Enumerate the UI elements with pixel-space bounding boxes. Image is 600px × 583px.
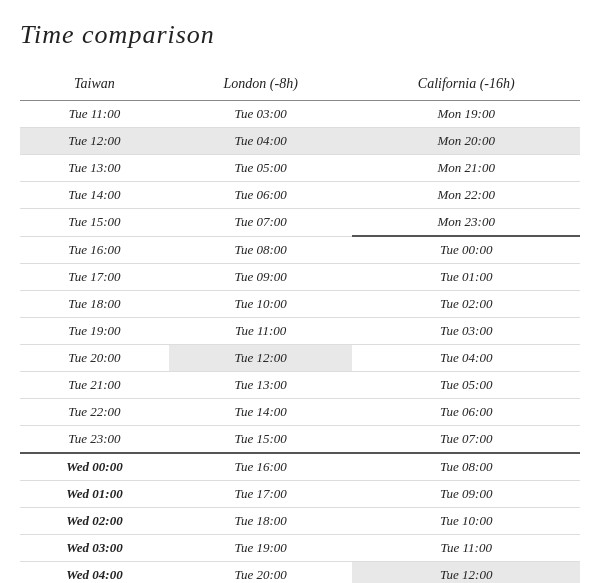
table-row: Wed 02:00Tue 18:00Tue 10:00 — [20, 508, 580, 535]
col-taiwan: Taiwan — [20, 68, 169, 101]
cell-london: Tue 03:00 — [169, 101, 353, 128]
table-row: Tue 12:00Tue 04:00Mon 20:00 — [20, 128, 580, 155]
table-row: Tue 16:00Tue 08:00Tue 00:00 — [20, 236, 580, 264]
cell-california: Tue 05:00 — [352, 372, 580, 399]
cell-taiwan: Wed 01:00 — [20, 481, 169, 508]
cell-taiwan: Tue 17:00 — [20, 264, 169, 291]
cell-london: Tue 13:00 — [169, 372, 353, 399]
cell-london: Tue 08:00 — [169, 236, 353, 264]
table-row: Tue 20:00Tue 12:00Tue 04:00 — [20, 345, 580, 372]
cell-california: Mon 23:00 — [352, 209, 580, 237]
table-row: Tue 14:00Tue 06:00Mon 22:00 — [20, 182, 580, 209]
cell-california: Tue 12:00 — [352, 562, 580, 584]
cell-taiwan: Tue 20:00 — [20, 345, 169, 372]
cell-taiwan: Wed 00:00 — [20, 453, 169, 481]
col-california: California (-16h) — [352, 68, 580, 101]
table-row: Tue 23:00Tue 15:00Tue 07:00 — [20, 426, 580, 454]
table-row: Wed 03:00Tue 19:00Tue 11:00 — [20, 535, 580, 562]
cell-taiwan: Tue 15:00 — [20, 209, 169, 237]
cell-california: Tue 00:00 — [352, 236, 580, 264]
cell-london: Tue 07:00 — [169, 209, 353, 237]
cell-london: Tue 15:00 — [169, 426, 353, 454]
cell-taiwan: Tue 23:00 — [20, 426, 169, 454]
cell-california: Mon 19:00 — [352, 101, 580, 128]
time-comparison-table: Taiwan London (-8h) California (-16h) Tu… — [20, 68, 580, 583]
cell-california: Tue 09:00 — [352, 481, 580, 508]
cell-london: Tue 09:00 — [169, 264, 353, 291]
cell-london: Tue 11:00 — [169, 318, 353, 345]
table-header-row: Taiwan London (-8h) California (-16h) — [20, 68, 580, 101]
cell-taiwan: Tue 16:00 — [20, 236, 169, 264]
cell-california: Tue 07:00 — [352, 426, 580, 454]
cell-taiwan: Wed 03:00 — [20, 535, 169, 562]
cell-taiwan: Tue 13:00 — [20, 155, 169, 182]
cell-london: Tue 18:00 — [169, 508, 353, 535]
cell-london: Tue 06:00 — [169, 182, 353, 209]
cell-california: Tue 01:00 — [352, 264, 580, 291]
cell-london: Tue 12:00 — [169, 345, 353, 372]
table-row: Wed 01:00Tue 17:00Tue 09:00 — [20, 481, 580, 508]
cell-california: Tue 03:00 — [352, 318, 580, 345]
cell-california: Tue 08:00 — [352, 453, 580, 481]
page-title: Time comparison — [20, 20, 580, 50]
cell-taiwan: Tue 19:00 — [20, 318, 169, 345]
cell-london: Tue 04:00 — [169, 128, 353, 155]
cell-taiwan: Tue 21:00 — [20, 372, 169, 399]
cell-california: Mon 21:00 — [352, 155, 580, 182]
table-row: Tue 17:00Tue 09:00Tue 01:00 — [20, 264, 580, 291]
cell-california: Tue 06:00 — [352, 399, 580, 426]
table-row: Tue 15:00Tue 07:00Mon 23:00 — [20, 209, 580, 237]
cell-california: Tue 11:00 — [352, 535, 580, 562]
cell-london: Tue 14:00 — [169, 399, 353, 426]
table-row: Tue 19:00Tue 11:00Tue 03:00 — [20, 318, 580, 345]
cell-london: Tue 19:00 — [169, 535, 353, 562]
cell-california: Tue 02:00 — [352, 291, 580, 318]
cell-london: Tue 16:00 — [169, 453, 353, 481]
cell-taiwan: Wed 04:00 — [20, 562, 169, 584]
table-row: Tue 18:00Tue 10:00Tue 02:00 — [20, 291, 580, 318]
cell-london: Tue 20:00 — [169, 562, 353, 584]
table-row: Tue 22:00Tue 14:00Tue 06:00 — [20, 399, 580, 426]
cell-california: Mon 20:00 — [352, 128, 580, 155]
col-london: London (-8h) — [169, 68, 353, 101]
table-row: Wed 04:00Tue 20:00Tue 12:00 — [20, 562, 580, 584]
cell-california: Tue 04:00 — [352, 345, 580, 372]
table-row: Wed 00:00Tue 16:00Tue 08:00 — [20, 453, 580, 481]
cell-taiwan: Tue 22:00 — [20, 399, 169, 426]
cell-taiwan: Tue 12:00 — [20, 128, 169, 155]
table-row: Tue 11:00Tue 03:00Mon 19:00 — [20, 101, 580, 128]
cell-taiwan: Tue 14:00 — [20, 182, 169, 209]
cell-taiwan: Tue 11:00 — [20, 101, 169, 128]
cell-california: Tue 10:00 — [352, 508, 580, 535]
cell-taiwan: Wed 02:00 — [20, 508, 169, 535]
table-row: Tue 21:00Tue 13:00Tue 05:00 — [20, 372, 580, 399]
cell-london: Tue 05:00 — [169, 155, 353, 182]
cell-london: Tue 10:00 — [169, 291, 353, 318]
cell-london: Tue 17:00 — [169, 481, 353, 508]
cell-california: Mon 22:00 — [352, 182, 580, 209]
cell-taiwan: Tue 18:00 — [20, 291, 169, 318]
table-row: Tue 13:00Tue 05:00Mon 21:00 — [20, 155, 580, 182]
